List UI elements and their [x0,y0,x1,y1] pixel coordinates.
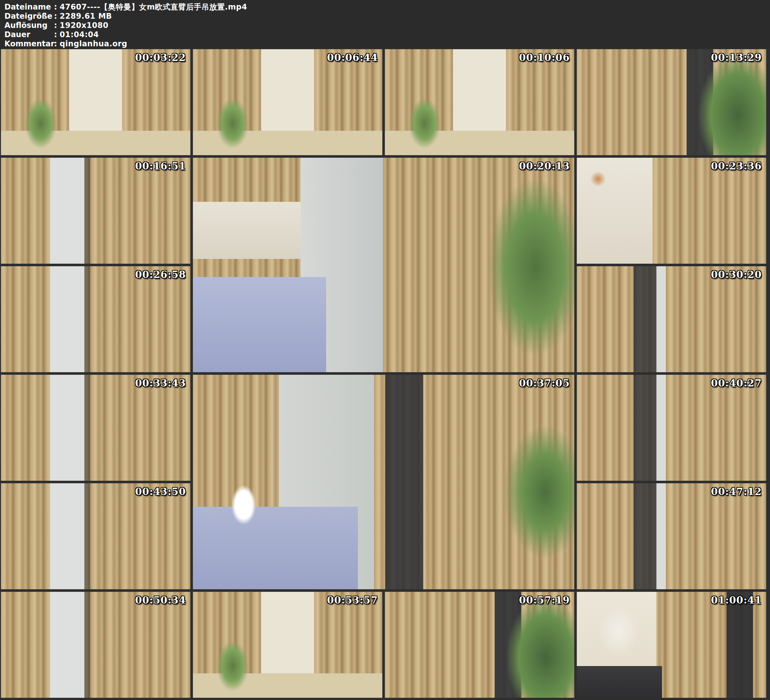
timestamp-overlay: 00:06:44 [327,52,378,63]
metadata-label: Dateigröße [5,12,52,21]
video-thumbnail: 00:20:13 [193,158,574,372]
timestamp-overlay: 00:26:58 [135,269,186,280]
thumbnail-image [577,483,766,589]
thumbnail-image [193,375,574,589]
timestamp-overlay: 00:16:51 [135,160,186,172]
thumbnail-image [193,49,382,155]
metadata-value: 2289.61 MB [60,12,112,21]
thumbnail-image [1,266,190,372]
metadata-separator: : [52,21,60,30]
timestamp-overlay: 00:53:57 [327,594,378,606]
video-thumbnail: 00:23:36 [577,158,766,264]
video-thumbnail: 00:16:51 [1,158,190,264]
metadata-value: qinglanhua.org [60,39,127,48]
metadata-label: Dateiname [5,3,52,12]
metadata-row: Dateiname:47607----【奥特曼】女m欧式直臂后手吊放置.mp4 [5,3,770,12]
video-thumbnail: 00:47:12 [577,483,766,589]
thumbnail-image [1,483,190,589]
metadata-label: Kommentar [5,39,52,49]
metadata-row: Auflösung:1920x1080 [5,21,770,30]
metadata-separator: : [52,3,60,12]
video-thumbnail: 00:26:58 [1,266,190,372]
metadata-row: Dauer:01:04:04 [5,30,770,39]
metadata-separator: : [52,39,60,49]
timestamp-overlay: 00:03:22 [135,52,186,63]
thumbnail-image [577,158,766,264]
video-thumbnail: 01:00:41 [577,592,766,698]
video-thumbnail: 00:43:50 [1,483,190,589]
video-thumbnail: 00:10:06 [385,49,574,155]
timestamp-overlay: 00:30:20 [711,269,762,280]
thumbnail-image [1,158,190,264]
thumbnail-image [385,592,574,698]
video-thumbnail: 00:03:22 [1,49,190,155]
metadata-row: Dateigröße:2289.61 MB [5,12,770,21]
video-thumbnail: 00:53:57 [193,592,382,698]
thumbnail-image [577,49,766,155]
timestamp-overlay: 00:33:43 [135,377,186,389]
metadata-separator: : [52,12,60,21]
timestamp-overlay: 00:40:27 [711,377,762,389]
video-thumbnail: 00:37:05 [193,375,574,589]
metadata-value: 47607----【奥特曼】女m欧式直臂后手吊放置.mp4 [60,3,247,11]
video-thumbnail: 00:06:44 [193,49,382,155]
timestamp-overlay: 00:57:19 [519,594,570,606]
metadata-value: 1920x1080 [60,21,108,30]
metadata-header: Dateiname:47607----【奥特曼】女m欧式直臂后手吊放置.mp4 … [0,0,770,48]
thumbnail-image [385,49,574,155]
thumbnail-image [577,592,766,698]
thumbnail-image [1,592,190,698]
video-thumbnail: 00:40:27 [577,375,766,481]
metadata-label: Dauer [5,30,52,39]
thumbnail-image [193,592,382,698]
timestamp-overlay: 00:23:36 [711,160,762,172]
video-thumbnail: 00:30:20 [577,266,766,372]
timestamp-overlay: 01:00:41 [711,594,762,606]
metadata-label: Auflösung [5,21,52,30]
metadata-value: 01:04:04 [60,30,99,39]
timestamp-overlay: 00:43:50 [135,486,186,497]
video-thumbnail: 00:50:34 [1,592,190,698]
video-thumbnail: 00:33:43 [1,375,190,481]
timestamp-overlay: 00:13:29 [711,52,762,63]
thumbnail-grid: 00:03:22 00:06:44 00:10:06 00:13:29 00:1… [0,48,770,700]
timestamp-overlay: 00:10:06 [519,52,570,63]
thumbnail-image [193,158,574,372]
thumbnail-image [1,375,190,481]
thumbnail-image [577,266,766,372]
timestamp-overlay: 00:20:13 [519,160,570,172]
video-thumbnail: 00:57:19 [385,592,574,698]
timestamp-overlay: 00:47:12 [711,486,762,497]
thumbnail-image [1,49,190,155]
thumbnail-image [577,375,766,481]
video-thumbnail: 00:13:29 [577,49,766,155]
metadata-row: Kommentar:qinglanhua.org [5,39,770,49]
timestamp-overlay: 00:37:05 [519,377,570,389]
metadata-separator: : [52,30,60,39]
timestamp-overlay: 00:50:34 [135,594,186,606]
